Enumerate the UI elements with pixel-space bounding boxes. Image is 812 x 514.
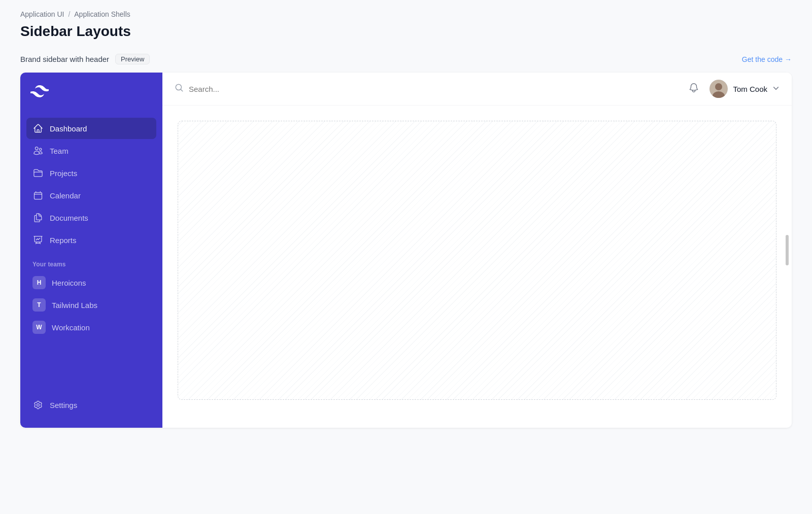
calendar-icon [32,190,44,201]
team-icon [32,145,44,156]
sidebar-item-documents[interactable]: Documents [26,207,156,228]
heroicons-initial: H [37,279,42,286]
component-label: Brand sidebar with header [20,55,109,63]
breadcrumb-item-2[interactable]: Application Shells [74,10,130,18]
reports-icon [32,234,44,246]
hatch-placeholder [178,121,776,400]
sidebar-bottom: Settings [20,386,162,428]
breadcrumb-item-1[interactable]: Application UI [20,10,64,18]
component-label-row: Brand sidebar with header Preview Get th… [20,54,792,64]
documents-icon [32,212,44,223]
get-code-link[interactable]: Get the code → [742,55,792,63]
tailwind-labs-label: Tailwind Labs [52,301,97,310]
projects-icon [32,167,44,179]
sidebar-team-workcation[interactable]: W Workcation [26,317,156,338]
search-box [175,80,479,97]
sidebar-item-reports-label: Reports [50,236,77,245]
scrollbar[interactable] [786,235,789,265]
heroicons-label: Heroicons [52,279,86,287]
page-title: Sidebar Layouts [20,23,792,40]
chevron-down-icon [772,85,780,93]
sidebar-item-calendar-label: Calendar [50,191,81,200]
tailwind-labs-avatar: T [32,298,46,312]
tailwind-labs-initial: T [37,301,41,309]
sidebar-item-dashboard[interactable]: Dashboard [26,118,156,139]
get-code-arrow: → [785,55,792,63]
content-area [162,106,792,428]
sidebar-item-dashboard-label: Dashboard [50,124,87,133]
breadcrumb: Application UI / Application Shells [20,10,792,18]
heroicons-avatar: H [32,276,46,289]
workcation-initial: W [36,324,42,331]
sidebar-item-calendar[interactable]: Calendar [26,185,156,206]
sidebar-team-heroicons[interactable]: H Heroicons [26,272,156,293]
search-icon [175,83,184,94]
sidebar-item-projects[interactable]: Projects [26,162,156,184]
user-name: Tom Cook [733,85,767,93]
workcation-avatar: W [32,321,46,334]
sidebar-item-documents-label: Documents [50,214,88,222]
sidebar-team-tailwind-labs[interactable]: T Tailwind Labs [26,294,156,316]
home-icon [32,123,44,134]
sidebar-logo [20,73,162,114]
sidebar-item-team-label: Team [50,147,69,155]
notification-bell-icon[interactable] [688,82,699,95]
topbar: Tom Cook [162,73,792,106]
teams-section-label: Your teams [26,252,156,271]
search-input[interactable] [189,85,341,93]
main-content-wrapper: Tom Cook [162,73,792,428]
sidebar-item-reports[interactable]: Reports [26,229,156,251]
main-content: Tom Cook [162,73,792,428]
avatar [709,80,728,98]
user-menu[interactable]: Tom Cook [709,80,780,98]
avatar-image [709,80,728,98]
sidebar-item-team[interactable]: Team [26,140,156,161]
get-code-label: Get the code [742,55,783,63]
sidebar-item-settings[interactable]: Settings [26,394,156,416]
settings-icon [32,399,44,410]
preview-badge: Preview [115,54,150,64]
topbar-right: Tom Cook [688,80,780,98]
sidebar: Dashboard Team [20,73,162,428]
component-label-left: Brand sidebar with header Preview [20,54,150,64]
breadcrumb-separator: / [68,10,70,18]
demo-container: Dashboard Team [20,73,792,428]
sidebar-item-projects-label: Projects [50,169,77,178]
settings-label: Settings [50,401,77,409]
svg-point-1 [715,83,722,90]
workcation-label: Workcation [52,323,90,332]
page-wrapper: Application UI / Application Shells Side… [0,0,812,448]
logo-icon [30,85,49,101]
sidebar-nav: Dashboard Team [20,114,162,386]
